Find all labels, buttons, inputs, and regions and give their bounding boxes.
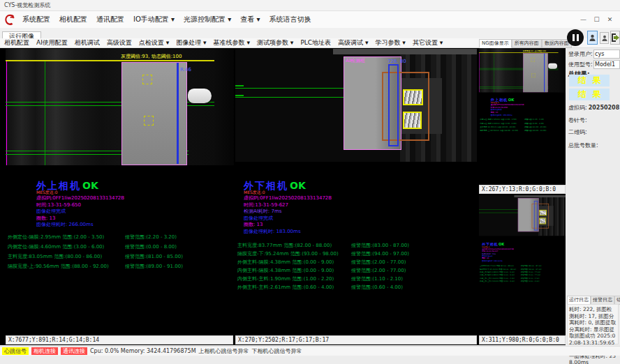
pixel-coord-readout-upper: X:7677;Y:891;R:14;G:14;B:14 xyxy=(6,335,233,344)
pause-icon xyxy=(573,34,575,41)
heartbeat-badge: 心跳信号 xyxy=(2,347,29,355)
camera-image-upper[interactable]: 灰度阈值:93, 动态阈值:100 R:46 xyxy=(6,49,234,165)
process-elapsed: 图像处理耗时: 266.00ms xyxy=(36,222,124,229)
measurement-row: 内侧定位-隔膜:4.60mm 范围:(3.00 - 6.00)报警范围:(0.0… xyxy=(8,242,232,252)
measurement-row: 外侧主料-主料:2.61mm 范围:(0.60 - 4.00)报警范围:(0.6… xyxy=(237,283,475,291)
window-controls: — ☐ ✕ xyxy=(579,16,620,23)
menu-item-light-control-config[interactable]: 光源控制配置 ▾ xyxy=(184,15,231,24)
login-user-label: 登录用户: xyxy=(568,50,593,58)
preview-upper-content: 灰度阈值:93, 动态阈值:100 外上相机OK MES发送:0 虚拟码:0FF… xyxy=(479,48,566,157)
pixel-coord-readout-lower: X:270;Y:2502;R:17;G:17;B:17 xyxy=(235,335,477,344)
exit-button[interactable] xyxy=(610,31,620,45)
preview-upper-coord-readout: X:267;Y:13;R:0;G:0;B:0 xyxy=(479,185,566,194)
user-icon xyxy=(589,34,596,42)
tool-advanced-debug[interactable]: 高级调试 ▾ xyxy=(338,38,368,47)
vcode-value: 20250208 xyxy=(589,105,620,111)
measurement-row: 内侧主料-主料:1.90mm 范围:(1.00 - 2.20)报警范围:(1.1… xyxy=(237,275,475,283)
result-box-upper: 结果 xyxy=(569,75,610,86)
measurement-row: 隔膜宽度-下:95.24mm 范围:(93.00 - 98.00)报警范围:(9… xyxy=(237,250,475,258)
qr-code-label: 二维码: xyxy=(568,128,587,136)
marker-overlay-label: R:46 xyxy=(180,67,191,73)
preview-lower-content: 外下相机OK MES发送:0 虚拟码:0FF1Iiw20250208133134… xyxy=(479,195,566,298)
preview-upper-camera[interactable]: 灰度阈值:93, 动态阈值:100 外上相机OK MES发送:0 虚拟码:0FF… xyxy=(479,48,566,184)
lower-camera-heartbeat-msg: 下相机心跳信号异常 xyxy=(252,347,302,355)
camera-panel-upper: 灰度阈值:93, 动态阈值:100 R:46 外上相机OK MES发送:0 虚拟… xyxy=(6,49,234,335)
preview-lower-coord-readout: X:311;Y:980;R:0;G:0;B:0 xyxy=(479,335,566,344)
process-done: 图像处理完成 xyxy=(36,208,124,215)
tool-advanced-settings[interactable]: 高级设置 xyxy=(107,38,132,47)
menu-bar: 系统配置 相机配置 通讯配置 IO手动配置 ▾ 光源控制配置 ▾ 查看 ▾ 系统… xyxy=(0,11,620,29)
dark-machine-region xyxy=(214,49,234,165)
detect-marker-box xyxy=(142,75,152,84)
login-user-value: cys xyxy=(593,50,620,59)
user-login-button[interactable] xyxy=(587,31,598,45)
tool-learning-params[interactable]: 学习参数 ▾ xyxy=(376,38,406,47)
green-guide-vline xyxy=(45,61,45,165)
camera-image-lower[interactable]: AI检测框 728, 80 xyxy=(235,49,477,162)
tool-test-item-params[interactable]: 测试项参数 ▾ xyxy=(257,38,293,47)
measurement-row: 外侧主料-隔膜:4.38mm 范围:(0.00 - 9.00)报警范围:(2.0… xyxy=(237,258,475,266)
virtual-code: 虚拟码:0FF1Iiw2025020813313472B xyxy=(36,195,124,202)
tool-other-settings[interactable]: 其它设置 ▾ xyxy=(413,38,443,47)
weld-detect-box xyxy=(403,112,422,129)
detect-marker-box xyxy=(144,116,154,126)
user-icon xyxy=(602,35,607,42)
tool-image-processing[interactable]: 图像处理 ▾ xyxy=(176,38,206,47)
magenta-edge-line xyxy=(6,61,7,165)
capture-time: 时间:13-31-59-627 xyxy=(244,202,332,209)
tool-plc-address-table[interactable]: PLC地址表 xyxy=(300,38,331,47)
tape-object xyxy=(188,89,212,103)
tab-ng-image-display[interactable]: NG图像显示 xyxy=(479,39,512,48)
user-switch-button[interactable] xyxy=(600,32,609,44)
batch-count-label: 总批号数量: xyxy=(568,142,598,149)
turns-count: 圈数: 13 xyxy=(36,215,124,222)
camera-panel-lower: AI检测框 728, 80 外下相机OK MES发送:0 虚拟码:0FF1Iiw… xyxy=(235,49,477,335)
virtual-code: 虚拟码:0FF1Iiw2025020813313472B xyxy=(244,195,332,202)
maximize-icon[interactable]: ☐ xyxy=(592,16,601,23)
measurement-row: 内侧主料-隔膜:4.38mm 范围:(0.00 - 9.00)报警范围:(2.0… xyxy=(237,266,475,275)
menu-item-language-switch[interactable]: 系统语言切换 xyxy=(269,15,311,24)
green-tick xyxy=(235,95,244,96)
menu-item-system-config[interactable]: 系统配置 xyxy=(22,15,50,24)
tab-all-content-image[interactable]: 所有内容图 xyxy=(512,39,542,48)
pause-button[interactable] xyxy=(567,29,584,46)
tool-spotcheck-settings[interactable]: 点检设置 ▾ xyxy=(139,38,169,47)
menu-item-io-manual-config[interactable]: IO手动配置 ▾ xyxy=(133,15,175,24)
log-text[interactable]: 耗时: 222, 抓图检测耗时: 17, 抓图分离耗时: 0, 抓图提取分离耗时… xyxy=(567,304,619,344)
turns-count: 圈数: 13 xyxy=(244,222,332,229)
process-elapsed: 图像处理耗时: 183.00ms xyxy=(244,229,332,236)
app-logo-icon xyxy=(3,13,17,26)
weld-detect-box xyxy=(403,89,423,105)
model-value: Model1 xyxy=(593,60,620,69)
preview-image: 灰度阈值:93, 动态阈值:100 xyxy=(479,48,566,92)
ai-elapsed: 检测AI耗时: 7ms xyxy=(244,208,332,215)
preview-image xyxy=(479,195,566,236)
menu-item-camera-config[interactable]: 相机配置 xyxy=(59,15,87,24)
measurement-row: 外侧定位-隔膜:2.95mm 范围:(2.00 - 3.50)报警范围:(2.2… xyxy=(8,232,232,242)
close-icon[interactable]: ✕ xyxy=(605,16,614,23)
tool-baseline-params[interactable]: 基准线参数 ▾ xyxy=(214,38,250,47)
measurement-row: 主料宽度:83.77mm 范围:(82.00 - 88.00)报警范围:(83.… xyxy=(237,241,475,250)
measurement-row: 主料宽度:83.05mm 范围:(80.00 - 86.00)报警范围:(81.… xyxy=(8,252,232,261)
menu-item-view[interactable]: 查看 ▾ xyxy=(240,15,260,24)
app-window: CYS-视觉检测系统 系统配置 相机配置 通讯配置 IO手动配置 ▾ 光源控制配… xyxy=(0,0,620,364)
pin-number-label: 卷针号: xyxy=(568,116,587,124)
preview-lower-camera[interactable]: 外下相机OK MES发送:0 虚拟码:0FF1Iiw20250208133134… xyxy=(479,195,566,335)
camera-connect-badge: 相机连接 xyxy=(31,347,58,355)
model-label: 使用型号: xyxy=(568,61,593,68)
menu-item-comm-config[interactable]: 通讯配置 xyxy=(96,15,124,24)
ai-box-label: AI检测框 xyxy=(346,58,365,63)
camera-status-ok: OK xyxy=(290,180,306,191)
minimize-icon[interactable]: — xyxy=(579,16,588,23)
machine-top-band xyxy=(333,49,477,54)
preview-tabs: NG图像显示 所有内容图 数据内容图 xyxy=(479,39,566,48)
blue-edge-line xyxy=(177,63,179,164)
tool-camera-config[interactable]: 相机配置 xyxy=(4,38,29,47)
tool-ai-usage-config[interactable]: AI使用配置 xyxy=(36,38,68,47)
tool-camera-debug[interactable]: 相机调试 xyxy=(75,38,100,47)
tab-row: 运行图像 xyxy=(0,28,620,39)
mes-status: MES发送:0 xyxy=(244,190,265,195)
green-tick xyxy=(235,85,244,86)
upper-camera-heartbeat-msg: 上相机心跳信号异常 xyxy=(199,347,249,355)
result-box-lower: 结果 xyxy=(569,89,610,100)
